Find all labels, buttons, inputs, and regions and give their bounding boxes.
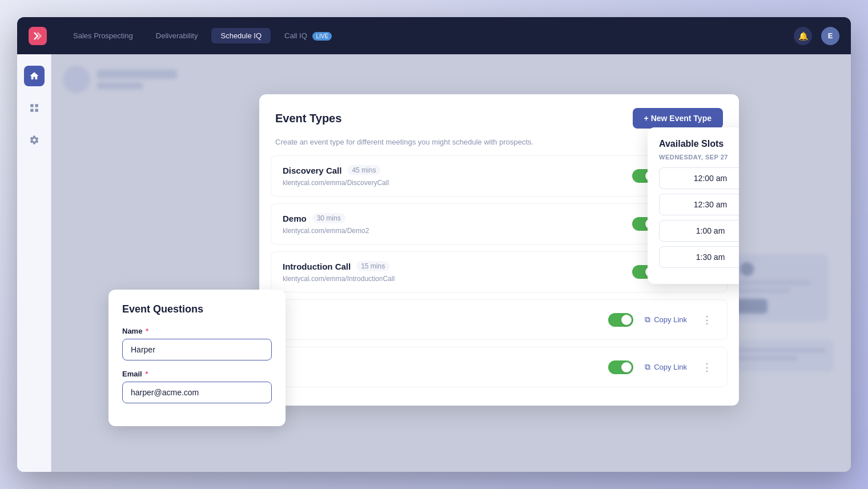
copy-link-label-4: Copy Link	[654, 315, 687, 324]
sidebar-icon-home[interactable]	[24, 66, 45, 86]
email-field-label: Email *	[122, 370, 272, 378]
event-row-right-5: ⧉ Copy Link ⋮	[608, 359, 716, 376]
event-url-1: klentycal.com/emma/DiscoveryCall	[283, 179, 625, 187]
toggle-4[interactable]	[608, 313, 633, 327]
email-input[interactable]	[122, 382, 272, 403]
top-nav: Sales Prospecting Deliverability Schedul…	[17, 17, 851, 54]
slots-date: WEDNESDAY, SEP 27	[659, 154, 739, 161]
notifications-button[interactable]: 🔔	[794, 27, 812, 45]
copy-link-label-5: Copy Link	[654, 363, 687, 371]
copy-icon-4: ⧉	[645, 315, 650, 324]
copy-link-button-4[interactable]: ⧉ Copy Link	[640, 312, 692, 327]
event-row-left-3: Introduction Call 15 mins klentycal.com/…	[283, 261, 625, 283]
slot-item-3[interactable]: 1:00 am	[659, 220, 739, 242]
event-row-left-5	[283, 356, 601, 378]
new-event-type-button[interactable]: + New Event Type	[633, 108, 723, 129]
sidebar	[17, 54, 51, 472]
event-row-left-1: Discovery Call 45 mins klentycal.com/emm…	[283, 165, 625, 187]
nav-item-schedule-iq[interactable]: Schedule IQ	[211, 28, 271, 43]
more-options-button-5[interactable]: ⋮	[698, 359, 716, 376]
sidebar-icon-grid[interactable]	[24, 98, 45, 118]
toggle-5[interactable]	[608, 360, 633, 374]
event-name-row-5	[283, 356, 601, 366]
slot-item-4[interactable]: 1:30 am	[659, 246, 739, 268]
event-row-5: ⧉ Copy Link ⋮	[271, 347, 728, 387]
event-row-4: ⧉ Copy Link ⋮	[271, 299, 728, 340]
event-url-4	[283, 322, 601, 330]
event-name-3: Introduction Call	[283, 262, 351, 271]
event-row-right-4: ⧉ Copy Link ⋮	[608, 311, 716, 328]
user-avatar[interactable]: E	[821, 27, 839, 45]
event-url-5	[283, 370, 601, 378]
event-url-2: klentycal.com/emma/Demo2	[283, 227, 625, 235]
event-questions-title: Event Questions	[122, 303, 272, 315]
slot-item-2[interactable]: 12:30 am	[659, 194, 739, 215]
event-questions-popup: Event Questions Name * Email *	[108, 290, 286, 426]
event-duration-1: 45 mins	[347, 165, 380, 175]
event-name-row-2: Demo 30 mins	[283, 213, 625, 223]
name-input[interactable]	[122, 339, 272, 360]
event-name-row-1: Discovery Call 45 mins	[283, 165, 625, 175]
slot-item-1[interactable]: 12:00 am	[659, 167, 739, 189]
email-required-marker: *	[143, 370, 148, 378]
event-name-2: Demo	[283, 214, 307, 223]
layout: Event Types + New Event Type Create an e…	[17, 54, 851, 472]
event-name-row-4	[283, 309, 601, 319]
app-logo[interactable]	[29, 27, 47, 45]
nav-item-deliverability[interactable]: Deliverability	[147, 28, 207, 43]
copy-link-button-5[interactable]: ⧉ Copy Link	[640, 360, 692, 374]
event-duration-2: 30 mins	[312, 213, 345, 223]
nav-right: 🔔 E	[794, 27, 839, 45]
main-content: Event Types + New Event Type Create an e…	[51, 54, 851, 472]
event-types-modal: Event Types + New Event Type Create an e…	[259, 94, 739, 406]
event-row-left-4	[283, 309, 601, 330]
app-window: Sales Prospecting Deliverability Schedul…	[17, 17, 851, 472]
event-url-3: klentycal.com/emma/IntroductionCall	[283, 275, 625, 283]
name-field-label: Name *	[122, 327, 272, 335]
more-options-button-4[interactable]: ⋮	[698, 311, 716, 328]
event-name-1: Discovery Call	[283, 166, 341, 175]
available-slots-popup: Available Slots WEDNESDAY, SEP 27 12:00 …	[648, 127, 739, 284]
sidebar-icon-settings[interactable]	[24, 130, 45, 150]
nav-item-sales-prospecting[interactable]: Sales Prospecting	[64, 28, 142, 43]
nav-items: Sales Prospecting Deliverability Schedul…	[64, 28, 777, 43]
slots-title: Available Slots	[659, 139, 739, 149]
event-row-left-2: Demo 30 mins klentycal.com/emma/Demo2	[283, 213, 625, 235]
event-name-row-3: Introduction Call 15 mins	[283, 261, 625, 271]
name-required-marker: *	[143, 327, 148, 335]
event-duration-3: 15 mins	[356, 261, 389, 271]
modal-title: Event Types	[275, 112, 341, 125]
nav-item-call-iq[interactable]: Call IQ LIVE	[275, 28, 341, 43]
copy-icon-5: ⧉	[645, 362, 650, 372]
call-iq-badge: LIVE	[312, 32, 332, 41]
